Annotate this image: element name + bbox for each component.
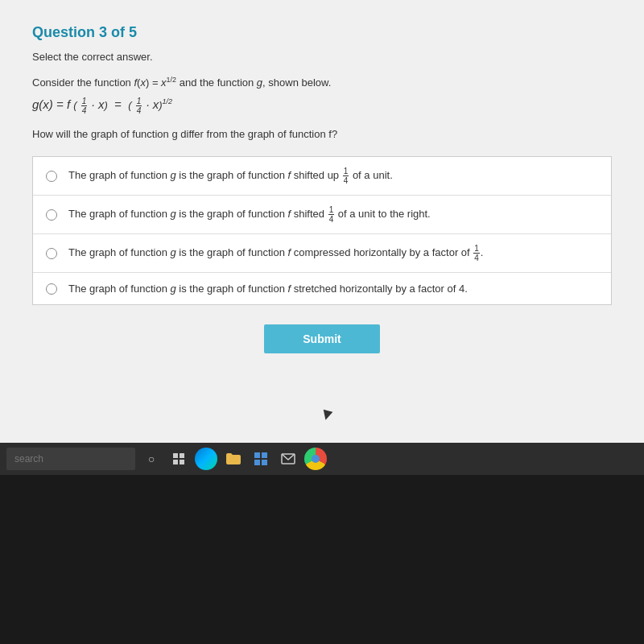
svg-rect-4 <box>254 452 260 458</box>
svg-rect-2 <box>173 460 178 464</box>
svg-rect-6 <box>254 460 260 465</box>
svg-rect-3 <box>180 460 184 464</box>
options-container: The graph of function g is the graph of … <box>32 156 612 305</box>
option-a[interactable]: The graph of function g is the graph of … <box>33 157 611 196</box>
taskbar-cortana-icon[interactable]: ○ <box>140 448 163 470</box>
option-d-text: The graph of function g is the graph of … <box>68 283 468 295</box>
dark-bottom-area: acer <box>0 475 644 644</box>
taskbar-chrome-icon[interactable] <box>304 448 327 470</box>
option-d[interactable]: The graph of function g is the graph of … <box>33 273 611 304</box>
how-differ-question: How will the graph of function g differ … <box>32 128 612 140</box>
instruction: Select the correct answer. <box>32 51 612 63</box>
svg-rect-1 <box>180 453 184 458</box>
submit-container: Submit <box>32 324 612 353</box>
radio-b[interactable] <box>46 209 57 221</box>
radio-c[interactable] <box>46 248 57 259</box>
search-input[interactable] <box>6 448 135 470</box>
taskbar-windows-icon[interactable] <box>250 448 272 470</box>
taskbar-multitask-icon[interactable] <box>167 448 190 470</box>
radio-d[interactable] <box>46 283 57 295</box>
option-a-text: The graph of function g is the graph of … <box>68 167 393 185</box>
taskbar-mail-icon[interactable] <box>277 448 299 470</box>
svg-rect-0 <box>173 453 178 458</box>
quiz-panel: Question 3 of 5 Select the correct answe… <box>0 0 644 475</box>
option-b[interactable]: The graph of function g is the graph of … <box>33 196 611 234</box>
option-c[interactable]: The graph of function g is the graph of … <box>33 234 611 273</box>
submit-button[interactable]: Submit <box>264 324 379 353</box>
consider-text: Consider the function f(x) = x1/2 and th… <box>32 76 612 89</box>
question-number: Question 3 of 5 <box>32 24 612 41</box>
taskbar-edge-icon[interactable] <box>195 448 217 470</box>
option-b-text: The graph of function g is the graph of … <box>68 205 431 224</box>
svg-rect-7 <box>262 460 267 465</box>
taskbar: ○ <box>0 443 644 475</box>
option-c-text: The graph of function g is the graph of … <box>68 244 483 262</box>
cursor-arrow <box>321 410 333 422</box>
taskbar-folder-icon[interactable] <box>222 448 245 470</box>
g-formula: g(x) = f ( 14 · x) = ( 14 · x)1/2 <box>32 97 612 115</box>
radio-a[interactable] <box>46 171 57 182</box>
svg-rect-5 <box>262 452 267 458</box>
